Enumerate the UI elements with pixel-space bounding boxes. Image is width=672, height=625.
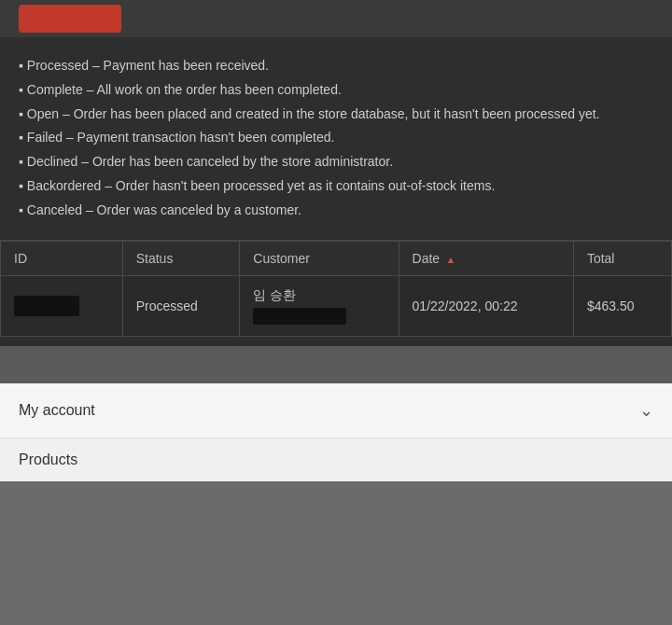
cell-total: $463.50 <box>573 275 671 336</box>
table-body: Processed임 승환01/22/2022, 00:22$463.50 <box>1 275 672 336</box>
my-account-bar[interactable]: My account ⌄ <box>0 383 672 438</box>
cell-date: 01/22/2022, 00:22 <box>399 275 573 336</box>
info-item: Processed – Payment has been received. <box>19 54 653 78</box>
products-label: Products <box>19 451 77 467</box>
action-button[interactable] <box>19 5 121 33</box>
orders-table: ID Status Customer Date ▲ Total Processe… <box>0 241 672 337</box>
cell-customer: 임 승환 <box>240 275 399 336</box>
col-status: Status <box>122 241 240 275</box>
col-total: Total <box>573 241 671 275</box>
sort-arrow-icon: ▲ <box>446 255 455 265</box>
col-id: ID <box>1 241 123 275</box>
customer-name: 임 승환 <box>253 287 385 304</box>
table-row[interactable]: Processed임 승환01/22/2022, 00:22$463.50 <box>1 275 672 336</box>
info-item: Open – Order has been placed and created… <box>19 103 653 127</box>
chevron-down-icon: ⌄ <box>639 400 653 421</box>
info-item: Complete – All work on the order has bee… <box>19 78 653 103</box>
info-item: Failed – Payment transaction hasn't been… <box>19 126 653 150</box>
info-item: Canceled – Order was canceled by a custo… <box>19 199 653 223</box>
info-item: Backordered – Order hasn't been processe… <box>19 174 653 199</box>
top-bar <box>0 0 672 37</box>
redacted-id <box>14 296 79 316</box>
info-section: Processed – Payment has been received.Co… <box>0 37 672 240</box>
redacted-customer <box>253 308 346 325</box>
col-customer: Customer <box>240 241 399 275</box>
products-bar[interactable]: Products <box>0 438 672 481</box>
table-header-row: ID Status Customer Date ▲ Total <box>1 241 672 275</box>
table-wrapper: ID Status Customer Date ▲ Total Processe… <box>0 240 672 346</box>
bottom-gap <box>0 346 672 383</box>
info-list: Processed – Payment has been received.Co… <box>19 54 653 223</box>
cell-id <box>1 275 123 336</box>
cell-status: Processed <box>122 275 240 336</box>
info-item: Declined – Order has been canceled by th… <box>19 150 653 174</box>
col-date[interactable]: Date ▲ <box>399 241 573 275</box>
my-account-label: My account <box>19 402 95 419</box>
